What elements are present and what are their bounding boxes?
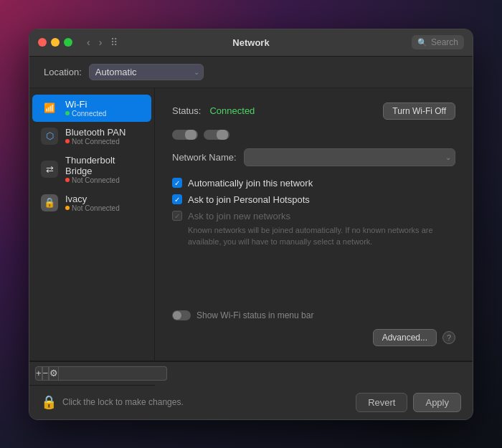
detail-panel: Status: Connected Turn Wi-Fi Off Network… (155, 88, 473, 361)
grid-icon: ⠿ (110, 37, 118, 48)
sidebar-item-thunderbolt-name: Thunderbolt Bridge (65, 155, 143, 176)
search-icon: 🔍 (417, 38, 427, 47)
info-text: Known networks will be joined automatica… (188, 224, 455, 248)
gear-button[interactable]: ⚙ (49, 366, 59, 381)
sidebar-item-wifi-name: Wi-Fi (65, 99, 106, 110)
back-button[interactable]: ‹ (84, 35, 93, 49)
lock-icon: 🔒 (41, 394, 57, 410)
checkbox-auto-join-label: Automatically join this network (188, 178, 313, 189)
close-button[interactable] (38, 38, 47, 47)
search-box[interactable]: 🔍 Search (412, 35, 464, 49)
checkbox-ask-hotspots-label: Ask to join Personal Hotspots (188, 194, 310, 205)
sidebar-item-ivacy-name: Ivacy (65, 194, 120, 204)
ivacy-icon: 🔒 (41, 194, 58, 211)
search-placeholder: Search (431, 37, 458, 47)
sidebar-item-wifi[interactable]: 📶 Wi-Fi Connected (32, 95, 151, 122)
bottom-bar: + − ⚙ 🔒 Click the lock to make changes. … (29, 361, 473, 419)
network-name-select[interactable] (244, 148, 455, 166)
network-name-select-wrapper: ⌄ (244, 148, 455, 166)
apply-button[interactable]: Apply (413, 393, 461, 412)
lock-text: Click the lock to make changes. (62, 397, 184, 407)
title-bar: ‹ › ⠿ Network 🔍 Search (29, 29, 473, 57)
sidebar-item-bluetooth-status: Not Connected (65, 138, 126, 146)
sidebar-item-ivacy[interactable]: 🔒 Ivacy Not Connected (32, 189, 151, 216)
sidebar-item-wifi-info: Wi-Fi Connected (65, 99, 106, 118)
location-label: Location: (44, 67, 82, 77)
window-title: Network (232, 37, 269, 48)
network-name-row: Network Name: ⌄ (172, 148, 455, 166)
add-network-button[interactable]: + (35, 366, 42, 381)
advanced-row: Advanced... ? (172, 329, 455, 346)
help-button[interactable]: ? (442, 331, 455, 344)
thunderbolt-icon: ⇄ (41, 161, 58, 178)
sidebar-item-thunderbolt[interactable]: ⇄ Thunderbolt Bridge Not Connected (32, 151, 151, 189)
nav-buttons: ‹ › (84, 35, 105, 49)
traffic-lights (38, 38, 72, 47)
location-select-wrapper: Automatic ⌄ (89, 64, 204, 80)
sidebar-item-bluetooth[interactable]: ⬡ Bluetooth PAN Not Connected (32, 123, 151, 150)
remove-network-button[interactable]: − (42, 366, 49, 381)
status-row: Status: Connected Turn Wi-Fi Off (172, 103, 455, 120)
show-status-row: Show Wi-Fi status in menu bar (172, 310, 455, 320)
toggle-pill-left (172, 130, 198, 140)
status-value: Connected (209, 105, 255, 116)
bottom-actions: 🔒 Click the lock to make changes. Revert… (29, 386, 473, 419)
lock-area[interactable]: 🔒 Click the lock to make changes. (41, 394, 184, 410)
sidebar: 📶 Wi-Fi Connected ⬡ Bluetooth PAN (29, 88, 155, 361)
minimize-button[interactable] (51, 38, 60, 47)
wifi-status-dot (65, 111, 70, 115)
toggle-knob-left (185, 130, 196, 140)
checkbox-ask-new: ✓ (172, 211, 182, 221)
ivacy-status-dot (65, 206, 70, 210)
forward-button[interactable]: › (96, 35, 105, 49)
action-buttons: Revert Apply (356, 393, 461, 412)
checkbox-auto-join-row[interactable]: ✓ Automatically join this network (172, 178, 455, 189)
sidebar-controls-row: + − ⚙ (29, 361, 473, 386)
thunderbolt-status-dot (65, 178, 70, 182)
location-bar: Location: Automatic ⌄ (29, 57, 473, 88)
sidebar-item-thunderbolt-status: Not Connected (65, 176, 143, 184)
checkbox-auto-join[interactable]: ✓ (172, 178, 182, 188)
maximize-button[interactable] (64, 38, 72, 47)
revert-button[interactable]: Revert (356, 393, 407, 412)
sidebar-item-ivacy-status: Not Connected (65, 204, 120, 212)
checkbox-ask-hotspots[interactable]: ✓ (172, 194, 182, 204)
toggle-row (172, 130, 455, 140)
location-select[interactable]: Automatic (89, 64, 204, 80)
network-name-label: Network Name: (172, 152, 237, 163)
status-label: Status: (172, 105, 201, 116)
show-status-toggle[interactable] (172, 310, 191, 320)
action-input[interactable] (59, 366, 167, 381)
main-content: 📶 Wi-Fi Connected ⬡ Bluetooth PAN (29, 88, 473, 361)
show-status-label: Show Wi-Fi status in menu bar (196, 310, 313, 320)
sidebar-item-thunderbolt-info: Thunderbolt Bridge Not Connected (65, 155, 143, 184)
turn-wifi-off-button[interactable]: Turn Wi-Fi Off (383, 103, 455, 120)
sidebar-list: 📶 Wi-Fi Connected ⬡ Bluetooth PAN (29, 94, 154, 355)
sidebar-controls: + − ⚙ (29, 362, 155, 386)
checkbox-ask-new-row: ✓ Ask to join new networks (172, 211, 455, 221)
show-status-toggle-knob (173, 311, 181, 320)
bluetooth-status-dot (65, 139, 70, 143)
toggle-knob-right (217, 130, 228, 140)
sidebar-item-ivacy-info: Ivacy Not Connected (65, 194, 120, 212)
checkbox-ask-new-label: Ask to join new networks (188, 211, 290, 221)
checkbox-ask-hotspots-row[interactable]: ✓ Ask to join Personal Hotspots (172, 194, 455, 205)
toggle-pill-right (204, 130, 229, 140)
checkbox-group: ✓ Automatically join this network ✓ Ask … (172, 178, 455, 248)
wifi-icon: 📶 (41, 100, 58, 117)
sidebar-item-wifi-status: Connected (65, 110, 106, 118)
bluetooth-icon: ⬡ (41, 128, 58, 145)
sidebar-item-bluetooth-info: Bluetooth PAN Not Connected (65, 127, 126, 146)
sidebar-item-bluetooth-name: Bluetooth PAN (65, 127, 126, 138)
advanced-button[interactable]: Advanced... (373, 329, 437, 346)
network-preferences-window: ‹ › ⠿ Network 🔍 Search Location: Automat… (29, 29, 473, 420)
